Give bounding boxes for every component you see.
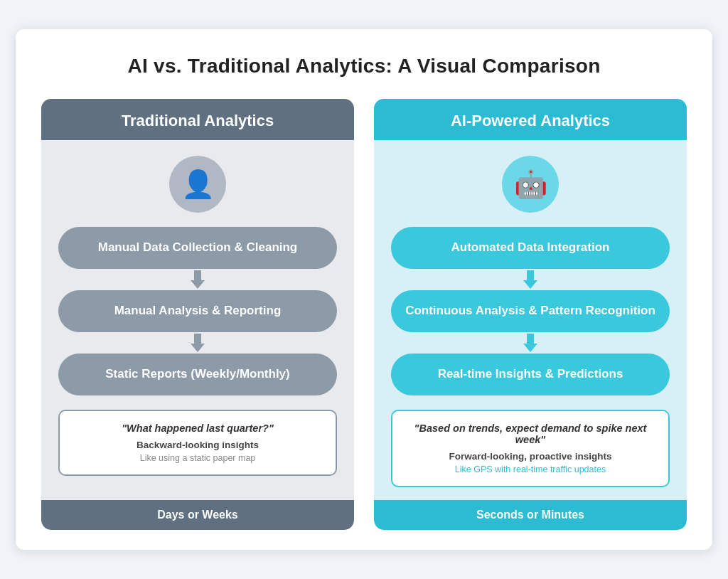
traditional-column: Traditional Analytics 👤 Manual Data Coll…: [41, 99, 354, 530]
traditional-step2: Manual Analysis & Reporting: [58, 290, 337, 332]
ai-arrow2: [523, 334, 537, 352]
traditional-arrow1: [191, 270, 205, 289]
ai-arrow1-head: [523, 280, 537, 289]
traditional-step1: Manual Data Collection & Cleaning: [58, 227, 337, 269]
traditional-arrow2-head: [191, 344, 205, 352]
traditional-step3: Static Reports (Weekly/Monthly): [58, 354, 337, 395]
ai-arrow2-head: [523, 344, 537, 352]
ai-body: 🤖 Automated Data Integration Continuous …: [374, 140, 687, 487]
ai-avatar: 🤖: [502, 156, 559, 213]
traditional-avatar: 👤: [169, 156, 226, 213]
main-container: AI vs. Traditional Analytics: A Visual C…: [16, 29, 712, 550]
traditional-arrow1-stem: [194, 270, 201, 280]
ai-arrow1-stem: [527, 270, 534, 280]
page-title: AI vs. Traditional Analytics: A Visual C…: [41, 55, 687, 78]
ai-arrow1: [523, 270, 537, 289]
traditional-arrow1-head: [191, 280, 205, 289]
ai-step1: Automated Data Integration: [391, 227, 670, 269]
traditional-insight-quote: "What happened last quarter?": [73, 423, 323, 434]
traditional-insight-sub: Like using a static paper map: [73, 453, 323, 463]
ai-column: AI-Powered Analytics 🤖 Automated Data In…: [374, 99, 687, 530]
traditional-arrow2: [191, 334, 205, 352]
ai-avatar-icon: 🤖: [514, 171, 547, 198]
ai-insight-sub: Like GPS with real-time traffic updates: [405, 464, 655, 474]
ai-step3: Real-time Insights & Predictions: [391, 354, 670, 395]
ai-step2: Continuous Analysis & Pattern Recognitio…: [391, 290, 670, 332]
traditional-arrow2-stem: [194, 334, 201, 344]
traditional-header: Traditional Analytics: [41, 99, 354, 140]
traditional-insight-label: Backward-looking insights: [73, 440, 323, 450]
traditional-body: 👤 Manual Data Collection & Cleaning Manu…: [41, 140, 354, 487]
ai-insight-quote: "Based on trends, expect demand to spike…: [405, 423, 655, 445]
comparison-columns: Traditional Analytics 👤 Manual Data Coll…: [41, 99, 687, 530]
ai-insight-label: Forward-looking, proactive insights: [405, 451, 655, 462]
traditional-footer: Days or Weeks: [41, 500, 354, 530]
ai-arrow2-stem: [527, 334, 534, 344]
ai-footer: Seconds or Minutes: [374, 500, 687, 530]
ai-header: AI-Powered Analytics: [374, 99, 687, 140]
traditional-avatar-icon: 👤: [181, 171, 215, 198]
ai-insight-box: "Based on trends, expect demand to spike…: [391, 410, 670, 487]
traditional-insight-box: "What happened last quarter?" Backward-l…: [58, 410, 337, 476]
